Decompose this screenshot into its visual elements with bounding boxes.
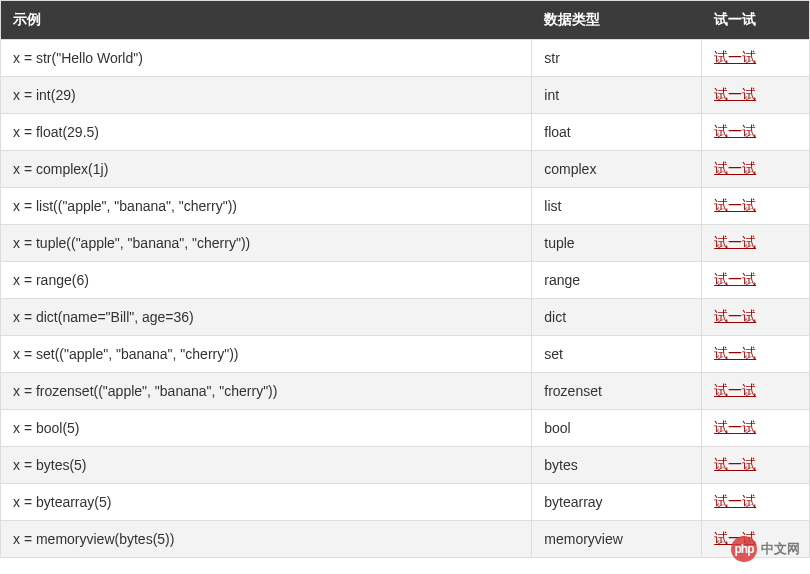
cell-try: 试一试 xyxy=(702,521,810,558)
try-link[interactable]: 试一试 xyxy=(714,271,756,287)
cell-type: dict xyxy=(532,299,702,336)
table-row: x = bytearray(5)bytearray试一试 xyxy=(1,484,810,521)
cell-type: frozenset xyxy=(532,373,702,410)
try-link[interactable]: 试一试 xyxy=(714,49,756,65)
header-example: 示例 xyxy=(1,1,532,40)
cell-type: bool xyxy=(532,410,702,447)
cell-try: 试一试 xyxy=(702,336,810,373)
try-link[interactable]: 试一试 xyxy=(714,234,756,250)
cell-try: 试一试 xyxy=(702,114,810,151)
cell-type: list xyxy=(532,188,702,225)
cell-type: str xyxy=(532,40,702,77)
cell-example: x = complex(1j) xyxy=(1,151,532,188)
cell-type: set xyxy=(532,336,702,373)
cell-try: 试一试 xyxy=(702,188,810,225)
try-link[interactable]: 试一试 xyxy=(714,160,756,176)
header-type: 数据类型 xyxy=(532,1,702,40)
cell-example: x = memoryview(bytes(5)) xyxy=(1,521,532,558)
table-row: x = str("Hello World")str试一试 xyxy=(1,40,810,77)
try-link[interactable]: 试一试 xyxy=(714,308,756,324)
cell-type: int xyxy=(532,77,702,114)
table-row: x = range(6)range试一试 xyxy=(1,262,810,299)
table-row: x = float(29.5)float试一试 xyxy=(1,114,810,151)
header-try: 试一试 xyxy=(702,1,810,40)
table-row: x = int(29)int试一试 xyxy=(1,77,810,114)
cell-try: 试一试 xyxy=(702,373,810,410)
cell-try: 试一试 xyxy=(702,484,810,521)
table-row: x = frozenset(("apple", "banana", "cherr… xyxy=(1,373,810,410)
cell-example: x = tuple(("apple", "banana", "cherry")) xyxy=(1,225,532,262)
cell-type: complex xyxy=(532,151,702,188)
cell-example: x = set(("apple", "banana", "cherry")) xyxy=(1,336,532,373)
table-row: x = dict(name="Bill", age=36)dict试一试 xyxy=(1,299,810,336)
try-link[interactable]: 试一试 xyxy=(714,456,756,472)
try-link[interactable]: 试一试 xyxy=(714,86,756,102)
cell-example: x = float(29.5) xyxy=(1,114,532,151)
table-row: x = bytes(5)bytes试一试 xyxy=(1,447,810,484)
cell-try: 试一试 xyxy=(702,410,810,447)
cell-example: x = range(6) xyxy=(1,262,532,299)
table-row: x = memoryview(bytes(5))memoryview试一试 xyxy=(1,521,810,558)
cell-example: x = frozenset(("apple", "banana", "cherr… xyxy=(1,373,532,410)
table-header-row: 示例 数据类型 试一试 xyxy=(1,1,810,40)
cell-type: range xyxy=(532,262,702,299)
table-row: x = list(("apple", "banana", "cherry"))l… xyxy=(1,188,810,225)
cell-example: x = list(("apple", "banana", "cherry")) xyxy=(1,188,532,225)
cell-try: 试一试 xyxy=(702,40,810,77)
cell-example: x = bool(5) xyxy=(1,410,532,447)
table-row: x = tuple(("apple", "banana", "cherry"))… xyxy=(1,225,810,262)
cell-example: x = bytearray(5) xyxy=(1,484,532,521)
try-link[interactable]: 试一试 xyxy=(714,197,756,213)
cell-example: x = dict(name="Bill", age=36) xyxy=(1,299,532,336)
cell-try: 试一试 xyxy=(702,151,810,188)
try-link[interactable]: 试一试 xyxy=(714,530,756,546)
try-link[interactable]: 试一试 xyxy=(714,345,756,361)
try-link[interactable]: 试一试 xyxy=(714,123,756,139)
table-row: x = complex(1j)complex试一试 xyxy=(1,151,810,188)
cell-try: 试一试 xyxy=(702,447,810,484)
cell-try: 试一试 xyxy=(702,299,810,336)
try-link[interactable]: 试一试 xyxy=(714,382,756,398)
datatype-table: 示例 数据类型 试一试 x = str("Hello World")str试一试… xyxy=(0,0,810,558)
cell-try: 试一试 xyxy=(702,225,810,262)
cell-example: x = bytes(5) xyxy=(1,447,532,484)
cell-try: 试一试 xyxy=(702,77,810,114)
try-link[interactable]: 试一试 xyxy=(714,493,756,509)
cell-type: float xyxy=(532,114,702,151)
table-row: x = bool(5)bool试一试 xyxy=(1,410,810,447)
table-row: x = set(("apple", "banana", "cherry"))se… xyxy=(1,336,810,373)
cell-type: memoryview xyxy=(532,521,702,558)
cell-try: 试一试 xyxy=(702,262,810,299)
cell-example: x = str("Hello World") xyxy=(1,40,532,77)
cell-type: bytes xyxy=(532,447,702,484)
cell-example: x = int(29) xyxy=(1,77,532,114)
try-link[interactable]: 试一试 xyxy=(714,419,756,435)
cell-type: tuple xyxy=(532,225,702,262)
cell-type: bytearray xyxy=(532,484,702,521)
